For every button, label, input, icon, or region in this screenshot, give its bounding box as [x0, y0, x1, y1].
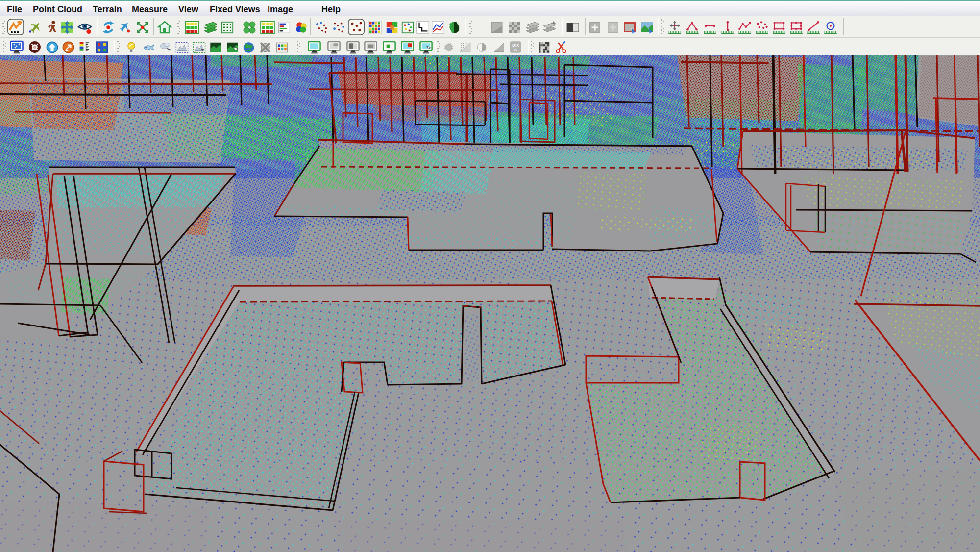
svg-text:A: A: [514, 47, 517, 52]
svg-text:DR: DR: [512, 42, 519, 48]
